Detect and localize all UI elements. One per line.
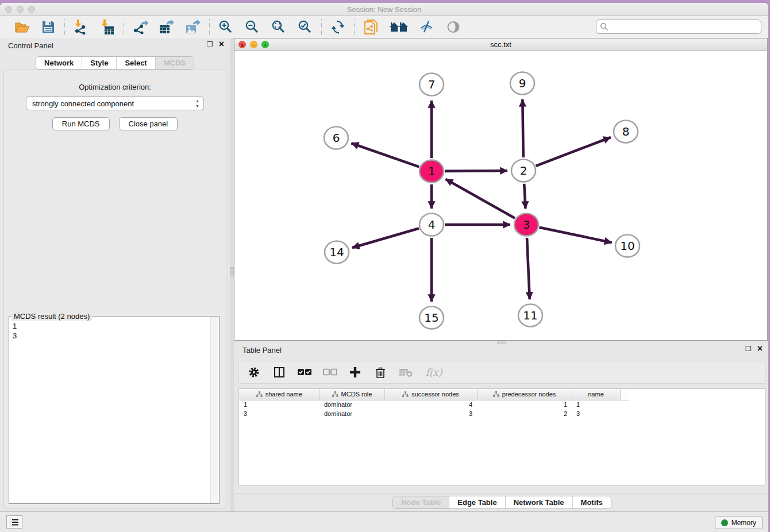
column-header-successor-nodes[interactable]: successor nodes — [384, 389, 477, 400]
save-session-icon[interactable] — [40, 19, 56, 35]
network-graph[interactable]: 7968124314101511 — [234, 51, 767, 340]
network-window-titlebar[interactable]: x – + scc.txt — [234, 38, 767, 51]
close-panel-button[interactable]: Close panel — [119, 117, 178, 130]
node-label: 1 — [428, 164, 436, 178]
export-table-icon[interactable] — [159, 19, 175, 35]
network-document-icon[interactable] — [363, 19, 379, 35]
edge-3-1[interactable] — [445, 179, 515, 218]
delete-column-trash-icon[interactable] — [374, 365, 387, 379]
zoom-selected-icon[interactable] — [297, 19, 313, 35]
search-input[interactable] — [611, 22, 757, 31]
criterion-select[interactable]: strongly connected component ▲▼ — [26, 97, 204, 110]
tab-network[interactable]: Network — [36, 57, 82, 69]
table-cell[interactable]: 3 — [384, 409, 477, 418]
horizontal-splitter-handle[interactable] — [497, 341, 506, 344]
main-toolbar — [0, 16, 768, 38]
delete-table-icon[interactable] — [399, 365, 413, 379]
table-tab-node-table[interactable]: Node Table — [393, 496, 449, 508]
app-window: Session: New Session — [0, 3, 768, 532]
table-cell[interactable]: 4 — [384, 400, 477, 409]
network-zoom-button[interactable]: + — [261, 41, 269, 48]
network-canvas[interactable]: 7968124314101511 — [234, 51, 767, 340]
edge-2-8[interactable] — [536, 137, 610, 166]
close-panel-icon[interactable]: × — [219, 41, 224, 48]
select-all-checkboxes-icon[interactable] — [298, 365, 311, 379]
minimize-window-button[interactable] — [17, 6, 24, 13]
add-column-icon[interactable] — [348, 365, 362, 379]
graph-node-2[interactable]: 2 — [511, 160, 536, 182]
mcds-result-box: MCDS result (2 nodes) 1 3 — [9, 316, 220, 504]
zoom-in-icon[interactable] — [218, 19, 234, 35]
network-close-button[interactable]: x — [238, 41, 246, 48]
edge-4-14[interactable] — [352, 228, 419, 248]
search-icon — [600, 22, 609, 31]
table-tab-motifs[interactable]: Motifs — [572, 496, 611, 508]
show-panel-eye-icon[interactable] — [445, 19, 461, 35]
result-scrollbar[interactable] — [210, 317, 218, 503]
network-minimize-button[interactable]: – — [250, 41, 257, 48]
table-cell[interactable]: 1 — [239, 400, 319, 409]
tab-select[interactable]: Select — [116, 57, 155, 69]
edge-3-11[interactable] — [527, 238, 530, 299]
table-cell[interactable]: 3 — [239, 409, 319, 418]
graph-node-1[interactable]: 1 — [419, 160, 444, 183]
float-panel-icon[interactable]: ❒ — [207, 40, 213, 48]
table-tab-edge-table[interactable]: Edge Table — [449, 496, 505, 508]
memory-button[interactable]: Memory — [715, 516, 763, 529]
splitter-handle[interactable] — [230, 267, 234, 276]
graph-node-11[interactable]: 11 — [518, 304, 542, 327]
graph-node-9[interactable]: 9 — [510, 72, 534, 95]
run-mcds-button[interactable]: Run MCDS — [52, 117, 110, 130]
table-cell[interactable]: 1 — [572, 400, 620, 409]
table-row[interactable]: 3dominator323 — [239, 409, 629, 418]
column-header-MCDS-role[interactable]: MCDS role — [319, 389, 384, 400]
edge-2-9[interactable] — [522, 99, 523, 157]
column-header-predecessor-nodes[interactable]: predecessor nodes — [477, 389, 572, 400]
graph-node-6[interactable]: 6 — [324, 127, 348, 149]
graph-node-14[interactable]: 14 — [325, 241, 349, 264]
edge-3-10[interactable] — [540, 228, 612, 243]
edge-1-2[interactable] — [445, 171, 507, 171]
zoom-window-button[interactable] — [28, 6, 35, 13]
hide-panel-eye-icon[interactable] — [419, 19, 435, 35]
graph-node-3[interactable]: 3 — [514, 214, 538, 236]
column-header-name[interactable]: name — [572, 389, 620, 400]
zoom-out-icon[interactable] — [244, 19, 260, 35]
table-cell[interactable]: 2 — [477, 409, 572, 418]
table-tab-network-table[interactable]: Network Table — [505, 496, 572, 508]
export-network-icon[interactable] — [132, 19, 148, 35]
graph-node-8[interactable]: 8 — [614, 121, 638, 143]
table-cell[interactable]: dominator — [319, 409, 384, 418]
apply-layout-icon[interactable] — [330, 19, 346, 35]
graph-node-7[interactable]: 7 — [419, 74, 444, 96]
table-row[interactable]: 1dominator411 — [239, 400, 629, 409]
table-close-panel-icon[interactable]: × — [757, 345, 763, 352]
task-history-button[interactable] — [6, 515, 22, 529]
home-network-icon[interactable] — [389, 19, 409, 35]
graph-node-10[interactable]: 10 — [615, 235, 640, 257]
zoom-fit-icon[interactable] — [271, 19, 287, 35]
table-settings-gear-icon[interactable] — [247, 365, 261, 379]
graph-node-4[interactable]: 4 — [419, 214, 444, 236]
function-builder-icon[interactable]: f(x) — [424, 365, 444, 379]
open-file-icon[interactable] — [14, 19, 30, 35]
table-cell[interactable]: 1 — [477, 400, 572, 409]
import-table-icon[interactable] — [99, 19, 116, 35]
tab-style[interactable]: Style — [82, 57, 116, 69]
edge-2-3[interactable] — [524, 184, 525, 209]
graph-node-15[interactable]: 15 — [419, 307, 444, 329]
mcds-result-text[interactable]: 1 3 — [13, 321, 210, 502]
deselect-all-checkboxes-icon[interactable] — [323, 365, 337, 379]
memory-label: Memory — [732, 519, 756, 527]
table-float-panel-icon[interactable]: ❒ — [745, 345, 752, 353]
panel-splitter[interactable] — [230, 38, 234, 511]
close-window-button[interactable] — [5, 6, 12, 13]
edge-1-6[interactable] — [351, 143, 419, 167]
table-cell[interactable]: 3 — [572, 409, 620, 418]
export-image-icon[interactable] — [185, 19, 201, 35]
column-header-shared-name[interactable]: shared name — [239, 389, 319, 400]
table-cell[interactable]: dominator — [319, 400, 384, 409]
column-visibility-icon[interactable] — [272, 365, 286, 379]
import-network-icon[interactable] — [73, 19, 89, 35]
tab-mcds[interactable]: MCDS — [155, 57, 194, 69]
